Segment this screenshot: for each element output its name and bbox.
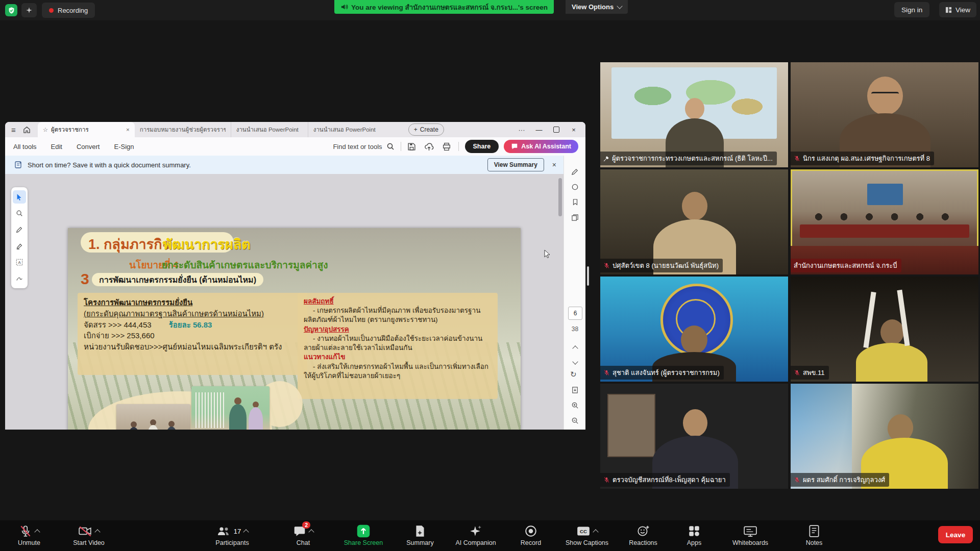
viewing-banner-text: You are viewing สำนักงานเกษตรและสหกรณ์ จ… (351, 2, 548, 13)
notes-button[interactable]: Notes (781, 523, 847, 546)
summary-notice-bar: Short on time? Save it with a quick docu… (5, 156, 564, 174)
tab-powerpoint-1[interactable]: งานนำเสนอ PowerPoint (231, 122, 308, 137)
view-options-button[interactable]: View Options (566, 0, 628, 14)
project-percent: ร้อยละ 56.83 (169, 319, 212, 331)
export-page-button[interactable] (571, 386, 579, 396)
show-captions-label: Show Captions (566, 539, 608, 546)
slide-topic-text: การพัฒนาเกษตรกรรมยั่งยืน (ด้านหม่อนไหม) (99, 273, 256, 286)
acrobat-quick-tools: A (11, 187, 28, 288)
recording-indicator: Recording (42, 3, 95, 18)
view-layout-button[interactable]: View (939, 2, 976, 17)
view-summary-button[interactable]: View Summary (487, 158, 544, 171)
tab-assignment-doc[interactable]: การมอบหมายงานผู้ช่วยผู้ตรวจราชการกร.. (135, 122, 231, 137)
ai-companion-topbar-button[interactable] (21, 3, 37, 17)
find-tool[interactable]: Find text or tools (333, 142, 394, 151)
edit-pen-panel-icon[interactable] (564, 164, 585, 179)
svg-text:A: A (18, 260, 21, 265)
summary-label: Summary (406, 539, 433, 546)
video-tile[interactable]: ผู้ตรวจราชการกระทรวงเกษตรและสหกรณ์ (ธิติ… (600, 62, 788, 167)
cloud-upload-icon[interactable] (424, 142, 434, 151)
tab-powerpoint-2[interactable]: งานนำเสนอ PowerPoint (308, 122, 401, 137)
video-tile[interactable]: ตรวจบัญชีสหกรณ์ที่8-เพ็ญสุดา คุ้มฉายา (600, 384, 788, 489)
select-tool-button[interactable] (13, 190, 26, 204)
solutions-heading: แนวทางแก้ไข (304, 353, 492, 362)
previous-page-button[interactable] (573, 343, 577, 353)
add-text-tool-button[interactable]: A (13, 256, 26, 269)
menu-edit[interactable]: Edit (51, 143, 62, 151)
participant-name: ตรวจบัญชีสหกรณ์ที่8-เพ็ญสุดา คุ้มฉายา (612, 474, 726, 485)
hamburger-menu-icon[interactable]: ≡ (11, 126, 16, 134)
video-tile[interactable]: ผตร สมศักดิ์ การเจริญกุลวงศ์ (791, 384, 978, 489)
sign-in-button[interactable]: Sign in (894, 2, 929, 17)
window-more-options-button[interactable]: ··· (513, 122, 530, 137)
tab-inspector-report[interactable]: ☆ ผู้ตรวจราชการ × (38, 122, 135, 137)
highlighter-tool-button[interactable] (13, 239, 26, 253)
participant-nametag: สุชาติ แสงจันทร์ (ผู้ตรวจราชการกรม) (600, 366, 724, 380)
zoom-out-button[interactable] (571, 417, 579, 427)
video-tile[interactable]: นิกร แสงเกตุ ผอ.สนง.เศรษฐกิจการเกษตรที่ … (791, 62, 978, 167)
pages-panel-icon[interactable] (564, 210, 585, 225)
participant-name: สำนักงานเกษตรและสหกรณ์ จ.กระบี่ (794, 260, 897, 271)
menu-esign[interactable]: E-Sign (114, 143, 134, 151)
captions-chevron[interactable] (593, 529, 598, 535)
star-icon[interactable]: ☆ (43, 126, 48, 133)
video-options-chevron[interactable] (94, 529, 100, 535)
zoom-tool-button[interactable] (13, 207, 26, 220)
next-page-button[interactable] (573, 357, 577, 366)
stamp-panel-icon[interactable] (564, 179, 585, 194)
notes-icon (808, 524, 820, 538)
share-screen-icon (356, 524, 371, 538)
page-number-input[interactable]: 6 (568, 307, 582, 320)
participants-chevron[interactable] (243, 529, 249, 535)
participants-icon (216, 524, 231, 538)
window-minimize-button[interactable]: — (530, 122, 548, 137)
slide-title-highlight: พัฒนาการผลิต (163, 233, 251, 255)
apps-label: Apps (687, 539, 702, 546)
mouse-cursor (543, 249, 552, 260)
video-tile-active-speaker[interactable]: สำนักงานเกษตรและสหกรณ์ จ.กระบี่ (791, 169, 978, 274)
audio-options-chevron[interactable] (34, 529, 40, 535)
rotate-page-button[interactable]: ↻ (570, 370, 577, 379)
leave-button[interactable]: Leave (938, 526, 973, 543)
mic-muted-icon (19, 524, 32, 538)
project-subtitle: (ยกระดับคุณภาพมาตรฐานสินค้าเกษตรด้านหม่อ… (84, 308, 301, 319)
menu-all-tools[interactable]: All tools (13, 143, 37, 151)
security-shield-icon[interactable] (5, 4, 17, 16)
video-tile[interactable]: สพข.11 (791, 277, 978, 382)
pencil-tool-button[interactable] (13, 223, 26, 236)
shared-screen-scroll-indicator[interactable] (587, 266, 589, 286)
menu-convert[interactable]: Convert (77, 143, 100, 151)
share-button[interactable]: Share (465, 140, 499, 153)
ask-ai-assistant-button[interactable]: Ask AI Assistant (504, 140, 578, 153)
participant-name: ผตร สมศักดิ์ การเจริญกุลวงศ์ (803, 474, 885, 485)
video-tile[interactable]: สุชาติ แสงจันทร์ (ผู้ตรวจราชการกรม) (600, 277, 788, 382)
ai-chat-icon (511, 143, 518, 150)
home-icon[interactable] (23, 126, 31, 134)
project-title: โครงการพัฒนาเกษตรกรรมยั่งยืน (84, 297, 301, 308)
print-icon[interactable] (442, 142, 451, 151)
close-tab-icon[interactable]: × (126, 127, 130, 133)
sign-tool-button[interactable] (13, 272, 26, 285)
save-icon[interactable] (407, 142, 416, 151)
recording-label: Recording (58, 7, 88, 14)
chat-button[interactable]: 2 Chat (270, 523, 336, 546)
participant-name: สพข.11 (803, 367, 825, 378)
mic-muted-icon (794, 369, 800, 376)
create-button[interactable]: + Create (408, 123, 444, 136)
participant-name: ผู้ตรวจราชการกระทรวงเกษตรและสหกรณ์ (ธิติ… (612, 153, 773, 164)
unmute-button[interactable]: Unmute (0, 523, 62, 546)
window-maximize-button[interactable] (548, 122, 565, 137)
zoom-in-button[interactable] (571, 402, 579, 411)
document-scrollbar[interactable] (558, 178, 562, 216)
participants-button[interactable]: 17 Participants (199, 523, 265, 546)
chat-chevron[interactable] (308, 529, 314, 535)
whiteboards-button[interactable]: Whiteboards (717, 523, 783, 546)
bookmark-panel-icon[interactable] (564, 194, 585, 210)
window-close-button[interactable]: × (565, 122, 582, 137)
participant-nametag: สพข.11 (791, 366, 829, 380)
video-tile[interactable]: ปศุสัตว์เขต 8 (นายธนวัฒน์ พันธุ์สนิท) (600, 169, 788, 274)
apps-icon (688, 524, 701, 538)
start-video-button[interactable]: Start Video (56, 523, 122, 546)
chevron-down-icon (617, 3, 622, 9)
dismiss-notice-icon[interactable]: × (552, 161, 556, 169)
